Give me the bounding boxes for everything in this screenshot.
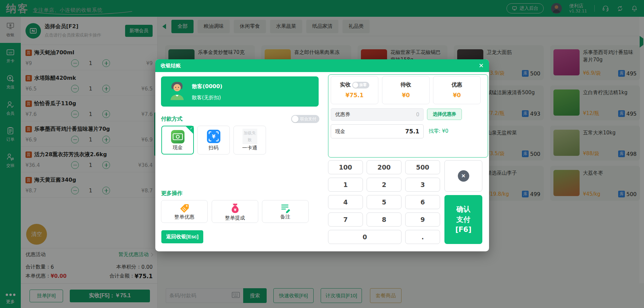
choose-coupon-button[interactable]: 选择优惠券 <box>427 109 462 120</box>
whole-order-commission-button[interactable]: ¥ 整单提成 <box>212 200 258 223</box>
payment-method-heading: 付款方式 <box>161 116 182 123</box>
member-level: 散客(无折扣) <box>192 95 221 101</box>
received-value: ¥75.1 <box>331 92 378 99</box>
numpad-key[interactable]: 1 <box>328 178 363 192</box>
backspace-button[interactable]: ✕ <box>444 160 482 192</box>
numpad-key[interactable]: 2 <box>367 178 401 192</box>
modal-body: 散客(0000) 散客(无折扣) 付款方式 联合支付 现金 ✓ ¥ 扫码 <box>155 72 489 251</box>
cash-icon <box>171 130 184 143</box>
op-label: 备注 <box>262 214 308 220</box>
numpad-key[interactable]: 500 <box>405 160 440 174</box>
numpad-key[interactable]: 5 <box>367 195 401 209</box>
cash-label: 现金 <box>335 128 345 135</box>
money-bag-icon: ¥ <box>229 203 241 214</box>
discount-tag-icon <box>179 203 190 214</box>
received-stat-box: 实收 抹零 ¥75.1 <box>331 76 378 104</box>
back-to-cashier-button[interactable]: 返回收银[Esc] <box>161 230 203 243</box>
remark-button[interactable]: 备注 <box>262 200 309 223</box>
coupon-field: 优惠券 0 <box>331 108 424 121</box>
coupon-count: 0 <box>416 112 419 118</box>
checkout-modal: 收银结账 ✕ 散客(0000) 散客(无折扣) 付款方式 <box>155 59 489 251</box>
toggle-knob <box>353 82 358 88</box>
confirm-pay-button[interactable]: 确认支付[F6] <box>444 195 482 244</box>
pay-method-label: 一卡通 <box>234 145 266 151</box>
numpad-key[interactable]: 3 <box>405 178 440 192</box>
selected-check-icon: ✓ <box>185 126 194 134</box>
numpad-key[interactable]: 200 <box>367 160 401 174</box>
backspace-icon: ✕ <box>458 170 469 182</box>
numpad-key[interactable]: 4 <box>328 195 363 209</box>
combine-pay-toggle[interactable]: 联合支付 <box>291 115 319 123</box>
pay-method-label: 扫码 <box>198 145 229 151</box>
combine-pay-label: 联合支付 <box>299 116 319 122</box>
modal-header: 收银结账 ✕ <box>155 59 489 72</box>
cash-amount-field[interactable]: 现金 75.1 <box>331 124 424 138</box>
more-operations-heading: 更多操作 <box>161 190 182 197</box>
coupon-label: 优惠券 <box>335 111 350 118</box>
cash-amount-value: 75.1 <box>405 128 419 135</box>
modal-title: 收银结账 <box>161 63 181 69</box>
change-due-text: 找零: ¥0 <box>429 128 448 134</box>
pay-method-onecard[interactable]: 加载失败 一卡通 <box>233 126 266 155</box>
member-name: 散客(0000) <box>192 83 222 90</box>
numpad-key[interactable]: 9 <box>405 212 440 227</box>
numpad-key[interactable]: 6 <box>405 195 440 209</box>
numpad-key[interactable]: 8 <box>367 212 401 227</box>
pos-app: 纳客 专注单店、小连锁的收银系统 进入后台 便利店 v1.32.11 <box>0 0 644 308</box>
numpad-key[interactable]: 0 <box>328 230 401 244</box>
op-label: 整单优惠 <box>161 214 207 220</box>
discount-stat-box: 优惠 ¥0 <box>433 76 481 104</box>
toggle-knob <box>292 116 299 122</box>
svg-text:¥: ¥ <box>212 134 215 140</box>
note-pen-icon <box>280 203 291 214</box>
numpad-key[interactable]: 7 <box>328 212 363 227</box>
svg-text:¥: ¥ <box>234 208 236 212</box>
discount-label: 优惠 <box>451 81 462 88</box>
round-off-label: 抹零 <box>358 82 369 87</box>
pending-stat-box: 待收 ¥0 <box>382 76 430 104</box>
received-label: 实收 <box>340 81 351 88</box>
scan-pay-icon: ¥ <box>207 130 220 143</box>
numpad: 100 200 500 1 2 3 4 5 6 7 <box>328 160 440 244</box>
numpad-key[interactable]: 100 <box>328 160 363 174</box>
pay-method-cash[interactable]: 现金 ✓ <box>161 126 194 155</box>
pending-value: ¥0 <box>382 92 429 99</box>
broken-image-placeholder: 加载失败 <box>243 129 257 144</box>
op-label: 整单提成 <box>212 215 258 221</box>
member-avatar <box>168 80 186 103</box>
close-icon[interactable]: ✕ <box>479 63 484 69</box>
pay-method-scan[interactable]: ¥ 扫码 <box>197 126 230 155</box>
discount-value: ¥0 <box>433 92 480 99</box>
round-off-toggle[interactable]: 抹零 <box>352 82 369 88</box>
pending-label: 待收 <box>400 81 411 88</box>
current-member-card[interactable]: 散客(0000) 散客(无折扣) <box>161 76 319 107</box>
numpad-key[interactable]: . <box>405 230 440 244</box>
whole-order-discount-button[interactable]: 整单优惠 <box>161 200 208 223</box>
pay-method-label: 现金 <box>162 144 193 151</box>
